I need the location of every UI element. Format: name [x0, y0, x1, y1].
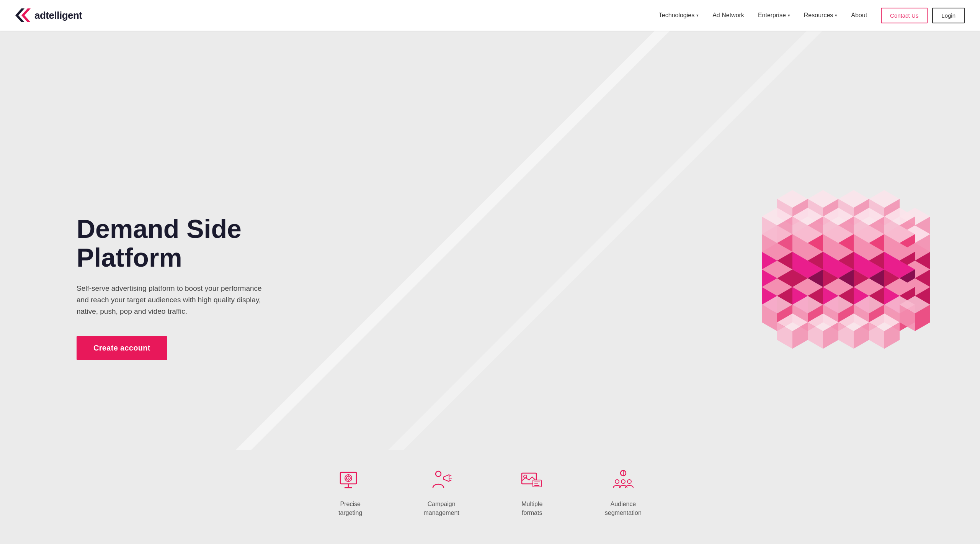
hero-title: Demand Side Platform: [77, 215, 268, 272]
nav-links: Technologies ▾ Ad Network Enterprise ▾ R…: [659, 12, 867, 19]
feature-precise-targeting-label: Precise targeting: [338, 500, 362, 517]
nav-item-resources[interactable]: Resources ▾: [804, 12, 837, 19]
nav-link-technologies[interactable]: Technologies ▾: [659, 12, 699, 19]
audience-icon: [612, 469, 635, 492]
feature-multiple-formats: Multiple formats: [521, 469, 544, 517]
nav-item-about[interactable]: About: [851, 12, 867, 19]
nav-actions: Contact Us Login: [881, 8, 965, 23]
hero-visual: /* rendered by template script below */: [712, 150, 965, 404]
hero-subtitle: Self-serve advertising platform to boost…: [77, 283, 268, 318]
feature-audience-segmentation-label: Audience segmentation: [605, 500, 642, 517]
svg-point-158: [615, 480, 619, 483]
chevron-down-icon: ▾: [788, 13, 790, 18]
nav-link-ad-network[interactable]: Ad Network: [712, 12, 744, 19]
brand-name: adtelligent: [34, 10, 82, 21]
nav-link-about[interactable]: About: [851, 12, 867, 19]
chevron-down-icon: ▾: [696, 13, 699, 18]
formats-icon: [521, 469, 544, 492]
svg-point-140: [348, 478, 349, 479]
nav-item-ad-network[interactable]: Ad Network: [712, 12, 744, 19]
svg-point-145: [436, 471, 441, 477]
svg-marker-1: [21, 8, 31, 22]
campaign-icon: [430, 469, 453, 492]
nav-item-enterprise[interactable]: Enterprise ▾: [758, 12, 790, 19]
feature-campaign-management: Campaign management: [423, 469, 459, 517]
target-icon: [339, 469, 362, 492]
chevron-down-icon: ▾: [835, 13, 837, 18]
logo-icon: [15, 8, 31, 22]
svg-marker-146: [444, 475, 449, 482]
hero-content: Demand Side Platform Self-serve advertis…: [0, 215, 268, 360]
contact-us-button[interactable]: Contact Us: [881, 8, 928, 23]
svg-point-159: [621, 480, 625, 483]
create-account-button[interactable]: Create account: [77, 336, 167, 360]
hex-graphic: /* rendered by template script below */: [712, 150, 965, 403]
feature-multiple-formats-label: Multiple formats: [521, 500, 542, 517]
feature-campaign-management-label: Campaign management: [423, 500, 459, 517]
hero-section: Demand Side Platform Self-serve advertis…: [0, 0, 980, 544]
logo-link[interactable]: adtelligent: [15, 8, 82, 22]
svg-point-160: [627, 480, 631, 483]
login-button[interactable]: Login: [932, 8, 965, 23]
feature-precise-targeting: Precise targeting: [338, 469, 362, 517]
nav-link-resources[interactable]: Resources ▾: [804, 12, 837, 19]
navbar: adtelligent Technologies ▾ Ad Network En…: [0, 0, 980, 31]
feature-audience-segmentation: Audience segmentation: [605, 469, 642, 517]
nav-link-enterprise[interactable]: Enterprise ▾: [758, 12, 790, 19]
nav-item-technologies[interactable]: Technologies ▾: [659, 12, 699, 19]
features-section: Precise targeting Campaign management: [0, 450, 980, 544]
